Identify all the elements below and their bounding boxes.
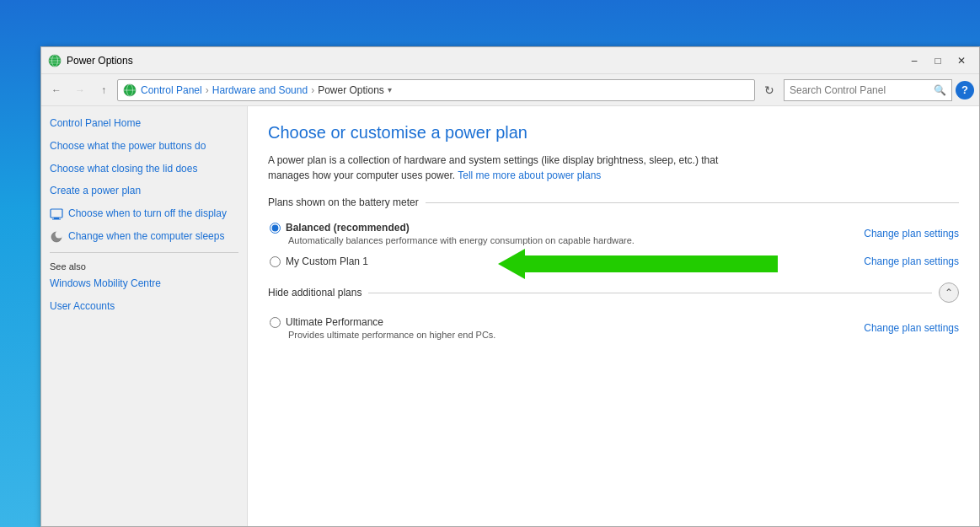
- plan-item-custom-left: My Custom Plan 1: [268, 255, 864, 267]
- main-content: Choose or customise a power plan A power…: [248, 106, 979, 526]
- svg-point-12: [56, 231, 63, 239]
- balanced-radio-row: Balanced (recommended): [270, 222, 864, 234]
- custom-radio-row: My Custom Plan 1: [270, 255, 864, 267]
- balanced-change-plan-link[interactable]: Change plan settings: [864, 228, 959, 239]
- window-icon: [48, 54, 62, 67]
- plans-section-header: Plans shown on the battery meter: [268, 196, 959, 208]
- search-input[interactable]: [790, 84, 934, 96]
- search-button[interactable]: 🔍: [934, 84, 946, 96]
- breadcrumb-dropdown-button[interactable]: ▾: [388, 85, 392, 94]
- balanced-radio[interactable]: [270, 223, 281, 234]
- window-controls: – □ ✕: [903, 50, 972, 72]
- breadcrumb-sep-2: ›: [311, 84, 314, 96]
- address-bar: ← → ↑ Control Panel › Hardware and Sound…: [41, 74, 979, 106]
- title-bar: Power Options – □ ✕: [41, 47, 979, 74]
- description: A power plan is a collection of hardware…: [268, 153, 757, 183]
- ultimate-radio-row: Ultimate Performance: [270, 316, 864, 328]
- sidebar-item-user-accounts[interactable]: User Accounts: [50, 299, 238, 314]
- ultimate-radio[interactable]: [270, 317, 281, 328]
- content-area: Control Panel Home Choose what the power…: [41, 106, 979, 526]
- minimize-button[interactable]: –: [903, 50, 925, 72]
- hide-plans-section: Hide additional plans ⌃: [268, 282, 959, 303]
- breadcrumb-control-panel[interactable]: Control Panel: [141, 84, 202, 96]
- section-line: [426, 202, 959, 203]
- help-button[interactable]: ?: [956, 81, 974, 99]
- main-window: Power Options – □ ✕ ← → ↑ Control Panel …: [40, 46, 980, 527]
- custom-change-plan-link[interactable]: Change plan settings: [864, 255, 959, 267]
- plan-item-custom: My Custom Plan 1 Change plan settings: [268, 254, 959, 269]
- plan-item-ultimate: Ultimate Performance Provides ultimate p…: [268, 315, 959, 341]
- custom-plan-name: My Custom Plan 1: [286, 255, 368, 267]
- svg-rect-8: [51, 209, 62, 218]
- up-button[interactable]: ↑: [94, 80, 114, 100]
- sidebar-item-create-plan[interactable]: Create a power plan: [50, 184, 238, 198]
- sidebar: Control Panel Home Choose what the power…: [41, 106, 248, 526]
- monitor-icon: [50, 207, 63, 221]
- section-label: Plans shown on the battery meter: [268, 196, 419, 208]
- back-button[interactable]: ←: [46, 80, 67, 100]
- hide-plans-label: Hide additional plans: [268, 287, 361, 298]
- sidebar-item-mobility-centre[interactable]: Windows Mobility Centre: [50, 277, 238, 291]
- forward-button[interactable]: →: [70, 80, 90, 100]
- breadcrumb-power-options: Power Options: [318, 84, 384, 96]
- window-title: Power Options: [67, 55, 903, 67]
- ultimate-plan-description: Provides ultimate performance on higher …: [288, 330, 864, 340]
- balanced-plan-name: Balanced (recommended): [286, 222, 410, 234]
- plan-item-balanced-left: Balanced (recommended) Automatically bal…: [268, 222, 864, 245]
- breadcrumb-hardware-sound[interactable]: Hardware and Sound: [212, 84, 308, 96]
- collapse-button[interactable]: ⌃: [939, 282, 959, 303]
- page-title: Choose or customise a power plan: [268, 123, 959, 143]
- plan-item-balanced: Balanced (recommended) Automatically bal…: [268, 220, 959, 247]
- sidebar-item-turn-off-display[interactable]: Choose when to turn off the display: [50, 207, 238, 221]
- sidebar-link-sleep[interactable]: Change when the computer sleeps: [68, 229, 224, 244]
- maximize-button[interactable]: □: [927, 50, 949, 72]
- balanced-plan-description: Automatically balances performance with …: [288, 235, 864, 245]
- sidebar-item-lid-close[interactable]: Choose what closing the lid does: [50, 162, 238, 176]
- sidebar-item-computer-sleeps[interactable]: Change when the computer sleeps: [50, 229, 238, 244]
- breadcrumb-bar: Control Panel › Hardware and Sound › Pow…: [117, 79, 755, 101]
- sidebar-link-display[interactable]: Choose when to turn off the display: [68, 207, 227, 221]
- hide-plans-line: [368, 293, 932, 293]
- custom-radio[interactable]: [270, 256, 281, 267]
- refresh-button[interactable]: ↻: [758, 79, 780, 101]
- plan-item-ultimate-left: Ultimate Performance Provides ultimate p…: [268, 316, 864, 340]
- close-button[interactable]: ✕: [951, 50, 972, 72]
- search-box: 🔍: [784, 79, 952, 101]
- sidebar-divider: [50, 252, 238, 253]
- breadcrumb-sep-1: ›: [206, 84, 209, 96]
- tell-me-more-link[interactable]: Tell me more about power plans: [458, 169, 601, 181]
- sidebar-item-power-buttons[interactable]: Choose what the power buttons do: [50, 139, 238, 153]
- ultimate-plan-name: Ultimate Performance: [286, 316, 383, 328]
- breadcrumb-icon: [123, 83, 137, 97]
- moon-icon: [50, 230, 63, 244]
- sidebar-item-control-panel-home[interactable]: Control Panel Home: [50, 116, 238, 131]
- ultimate-change-plan-link[interactable]: Change plan settings: [864, 322, 959, 334]
- see-also-title: See also: [50, 261, 238, 272]
